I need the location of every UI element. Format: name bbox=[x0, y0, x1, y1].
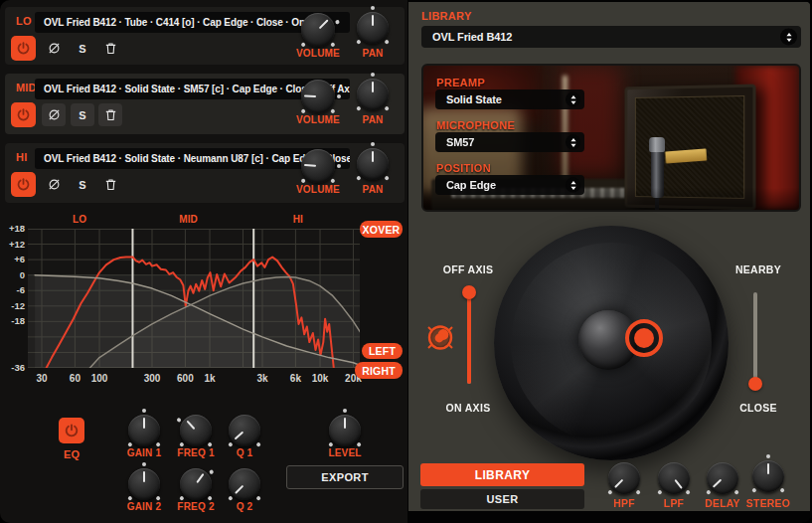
plugin-window: LO OVL Fried B412 · Tube · C414 [o] · Ca… bbox=[0, 0, 812, 523]
phase-icon bbox=[47, 41, 62, 56]
left-channel-button[interactable]: LEFT bbox=[362, 343, 403, 359]
slider-handle[interactable] bbox=[462, 285, 476, 299]
phase-invert-button[interactable] bbox=[42, 103, 66, 126]
phase-invert-button[interactable] bbox=[42, 37, 66, 60]
power-icon bbox=[16, 41, 31, 56]
pan-label: PAN bbox=[353, 114, 393, 125]
position-dropdown[interactable]: Cap Edge bbox=[435, 175, 584, 195]
eq-plot-area[interactable] bbox=[28, 229, 360, 368]
freq2-knob[interactable] bbox=[180, 468, 212, 500]
y-tick: +6 bbox=[6, 254, 25, 264]
preamp-dropdown[interactable]: Solid State bbox=[435, 89, 584, 109]
ir-name-text: OVL Fried B412 · Tube · C414 [o] · Cap E… bbox=[44, 17, 328, 28]
pan-knob[interactable] bbox=[357, 79, 389, 110]
power-icon bbox=[64, 423, 80, 438]
q2-label: Q 2 bbox=[215, 501, 274, 512]
dropdown-arrows-icon bbox=[566, 178, 580, 193]
dropdown-arrows-icon bbox=[566, 135, 580, 150]
q1-label: Q 1 bbox=[215, 447, 274, 458]
delay-label: DELAY bbox=[697, 497, 748, 509]
eq-label: EQ bbox=[52, 448, 91, 460]
y-tick: +18 bbox=[6, 223, 25, 234]
user-tab-button[interactable]: USER bbox=[420, 489, 584, 509]
slider-handle[interactable] bbox=[748, 377, 762, 391]
volume-knob[interactable] bbox=[301, 13, 335, 47]
eq-power-button[interactable] bbox=[59, 418, 84, 443]
gain2-label: GAIN 2 bbox=[114, 501, 174, 512]
trash-icon bbox=[103, 107, 118, 122]
position-label: POSITION bbox=[436, 162, 491, 174]
delete-button[interactable] bbox=[98, 37, 122, 60]
channel-strip-hi: HI OVL Fried B412 · Solid State · Neuman… bbox=[5, 143, 405, 203]
y-tick: -18 bbox=[6, 315, 25, 326]
solo-button[interactable]: S bbox=[71, 37, 94, 60]
freq1-knob[interactable] bbox=[180, 415, 212, 446]
curtain-image bbox=[561, 66, 620, 175]
right-panel: LIBRARY OVL Fried B412 PREAMP Sol bbox=[408, 2, 810, 511]
dropdown-arrows-icon bbox=[780, 29, 797, 46]
y-tick: +12 bbox=[6, 239, 25, 250]
gain1-label: GAIN 1 bbox=[114, 447, 174, 458]
axis-slider[interactable] bbox=[462, 285, 476, 391]
right-channel-button[interactable]: RIGHT bbox=[355, 362, 403, 379]
q1-knob[interactable] bbox=[229, 415, 260, 446]
phase-icon bbox=[47, 107, 62, 122]
hpf-label: HPF bbox=[600, 497, 648, 509]
channel-power-button[interactable] bbox=[11, 172, 36, 197]
power-icon bbox=[16, 177, 31, 192]
delay-knob[interactable] bbox=[707, 462, 738, 494]
x-tick: 10k bbox=[306, 373, 334, 384]
microphone-dropdown[interactable]: SM57 bbox=[435, 132, 584, 152]
cab-room-photo: PREAMP Solid State MICROPHONE SM57 POSIT… bbox=[421, 64, 801, 212]
y-tick: -6 bbox=[6, 284, 25, 295]
pan-knob[interactable] bbox=[357, 12, 389, 44]
mic-position-mini-icon bbox=[424, 320, 456, 354]
volume-label: VOLUME bbox=[286, 48, 350, 59]
close-label: CLOSE bbox=[731, 402, 785, 414]
channel-power-button[interactable] bbox=[11, 36, 36, 61]
solo-button[interactable]: S bbox=[71, 173, 94, 196]
position-value: Cap Edge bbox=[446, 179, 496, 191]
graph-band-label: HI bbox=[282, 214, 314, 225]
q2-knob[interactable] bbox=[229, 468, 260, 500]
lpf-knob[interactable] bbox=[658, 462, 690, 494]
channel-power-button[interactable] bbox=[11, 102, 36, 127]
microphone-label: MICROPHONE bbox=[436, 119, 515, 131]
nearby-label: NEARBY bbox=[729, 263, 788, 275]
xover-button[interactable]: XOVER bbox=[360, 221, 403, 238]
x-tick: 30 bbox=[28, 373, 56, 384]
mic-position-marker[interactable] bbox=[625, 319, 663, 357]
volume-knob[interactable] bbox=[301, 149, 335, 183]
stereo-knob[interactable] bbox=[752, 460, 784, 492]
level-knob[interactable] bbox=[329, 415, 361, 446]
x-tick: 3k bbox=[248, 373, 276, 384]
channel-strip-lo: LO OVL Fried B412 · Tube · C414 [o] · Ca… bbox=[5, 7, 405, 65]
left-panel: LO OVL Fried B412 · Tube · C414 [o] · Ca… bbox=[0, 0, 407, 523]
library-dropdown[interactable]: OVL Fried B412 bbox=[421, 26, 801, 48]
x-tick: 100 bbox=[85, 373, 113, 384]
graph-band-label: LO bbox=[64, 214, 95, 225]
x-tick: 1k bbox=[196, 373, 224, 384]
library-label: LIBRARY bbox=[421, 10, 472, 22]
pan-label: PAN bbox=[353, 48, 393, 59]
power-icon bbox=[16, 107, 31, 122]
distance-slider[interactable] bbox=[748, 285, 762, 391]
trash-icon bbox=[103, 177, 118, 192]
gain2-knob[interactable] bbox=[128, 468, 160, 500]
microphone-value: SM57 bbox=[446, 136, 474, 148]
gain1-knob[interactable] bbox=[128, 415, 160, 446]
library-tab-button[interactable]: LIBRARY bbox=[420, 463, 584, 486]
trash-icon bbox=[103, 41, 118, 56]
level-label: LEVEL bbox=[315, 447, 375, 458]
solo-button[interactable]: S bbox=[71, 103, 94, 126]
phase-invert-button[interactable] bbox=[42, 173, 66, 196]
phase-icon bbox=[47, 177, 62, 192]
hpf-knob[interactable] bbox=[608, 462, 640, 494]
delete-button[interactable] bbox=[98, 173, 122, 196]
export-button[interactable]: EXPORT bbox=[286, 465, 404, 489]
y-tick: 0 bbox=[6, 269, 25, 280]
stereo-label: STEREO bbox=[742, 497, 794, 509]
pan-knob[interactable] bbox=[357, 148, 389, 180]
volume-knob[interactable] bbox=[301, 80, 335, 113]
delete-button[interactable] bbox=[98, 103, 122, 126]
